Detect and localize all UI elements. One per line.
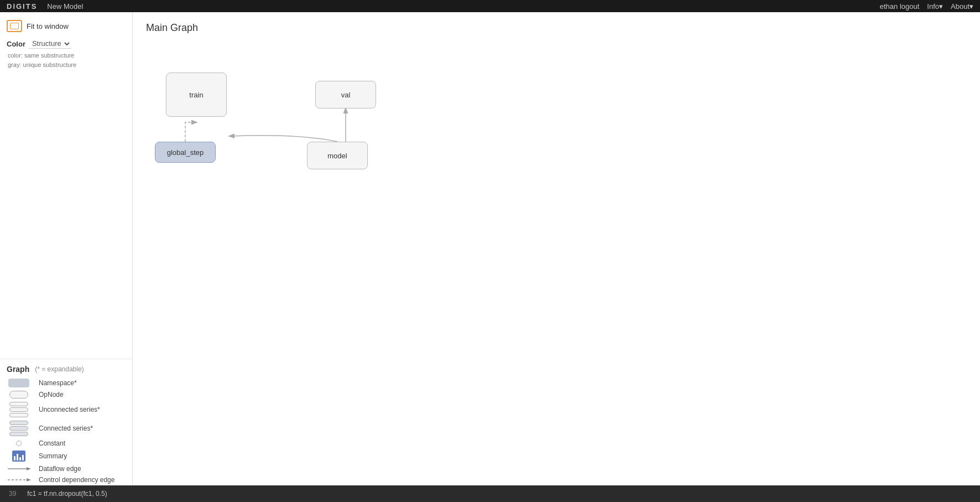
connected-stack-3: [9, 432, 28, 436]
connected-stack-1: [9, 421, 28, 425]
color-row: Color Structure: [7, 39, 126, 49]
graph-title: Main Graph: [133, 12, 980, 39]
legend-item-dataflow: Dataflow edge: [0, 463, 132, 474]
legend-label-unconnected: Unconnected series*: [39, 406, 100, 413]
legend-item-namespace: Namespace*: [0, 377, 132, 389]
summary-bar-4: [22, 455, 24, 460]
summary-bar-3: [19, 457, 21, 460]
nav-about[interactable]: About▾: [951, 2, 973, 11]
graph-canvas[interactable]: train val model global_step: [133, 39, 980, 496]
summary-icon: [12, 451, 25, 462]
control-arrow-icon: [7, 476, 31, 484]
legend-label-namespace: Namespace*: [39, 379, 77, 387]
legend-item-summary: Summary: [0, 449, 132, 463]
legend-title-row: Graph (* = expandable): [0, 365, 132, 377]
unconnected-stack-2: [9, 407, 28, 412]
legend-item-connected: Connected series*: [0, 419, 132, 438]
legend-expandable-hint: (* = expandable): [35, 365, 84, 373]
legend-icon-summary: [4, 451, 33, 462]
legend-icon-opnode: [4, 391, 33, 399]
fit-window-label: Fit to window: [27, 22, 69, 30]
summary-bar-1: [14, 456, 15, 460]
sidebar-spacer: [0, 74, 132, 359]
connected-stack-2: [9, 426, 28, 431]
legend-icon-control: [4, 476, 33, 484]
color-hint-1: color: same substructure: [7, 51, 126, 60]
constant-icon: [16, 441, 22, 446]
legend-item-control: Control dependency edge: [0, 474, 132, 485]
topbar-left: DIGITS New Model: [7, 2, 83, 11]
svg-marker-1: [27, 467, 31, 470]
graph-node-train-label: train: [189, 91, 203, 99]
code-text: fc1 = tf.nn.dropout(fc1, 0.5): [27, 490, 107, 498]
connected-icon: [9, 421, 28, 436]
graph-node-train[interactable]: train: [166, 73, 227, 117]
legend-icon-connected: [4, 421, 33, 436]
sidebar: Fit to window Color Structure color: sam…: [0, 12, 133, 502]
topbar: DIGITS New Model ethan logout Info▾ Abou…: [0, 0, 980, 12]
legend-title: Graph: [7, 365, 29, 374]
graph-node-val-label: val: [341, 91, 351, 99]
fit-window-button[interactable]: Fit to window: [0, 18, 132, 37]
legend-label-control: Control dependency edge: [39, 476, 114, 484]
legend-label-dataflow: Dataflow edge: [39, 465, 81, 473]
graph-node-global-step-label: global_step: [167, 148, 204, 157]
graph-arrows-svg: [133, 39, 980, 496]
fit-window-icon: [7, 20, 22, 32]
nav-info[interactable]: Info▾: [927, 2, 943, 11]
svg-marker-3: [27, 478, 31, 482]
legend-section: Graph (* = expandable) Namespace* OpNode: [0, 359, 132, 502]
dataflow-arrow-icon: [7, 465, 31, 473]
unconnected-stack-1: [9, 402, 28, 406]
color-label: Color: [7, 40, 25, 48]
brand-label: DIGITS: [7, 2, 37, 11]
legend-label-summary: Summary: [39, 452, 67, 460]
legend-item-opnode: OpNode: [0, 389, 132, 400]
graph-node-model-label: model: [327, 152, 347, 160]
main-content: Main Graph: [133, 12, 980, 502]
legend-label-opnode: OpNode: [39, 391, 64, 399]
graph-node-model[interactable]: model: [307, 142, 368, 169]
unconnected-stack-3: [9, 413, 28, 417]
color-section: Color Structure color: same substructure…: [0, 37, 132, 74]
legend-label-constant: Constant: [39, 439, 65, 447]
legend-icon-unconnected: [4, 402, 33, 417]
legend-icon-namespace: [4, 379, 33, 387]
dialog-body: Fit to window Color Structure color: sam…: [0, 12, 980, 502]
unconnected-icon: [9, 402, 28, 417]
opnode-icon: [9, 391, 28, 399]
topbar-right: ethan logout Info▾ About▾: [880, 2, 973, 11]
legend-icon-constant: [4, 441, 33, 446]
legend-item-constant: Constant: [0, 438, 132, 449]
code-line-number: 39: [9, 490, 16, 498]
namespace-icon: [8, 379, 29, 387]
graph-node-val[interactable]: val: [315, 81, 376, 108]
summary-bar-2: [17, 454, 18, 460]
legend-icon-dataflow: [4, 465, 33, 473]
color-hint-2: gray: unique substructure: [7, 60, 126, 70]
fit-window-icon-inner: [10, 23, 19, 29]
code-bar: 39 fc1 = tf.nn.dropout(fc1, 0.5): [0, 485, 980, 502]
dialog-overlay: Fit to window Color Structure color: sam…: [0, 12, 980, 502]
graph-node-global-step[interactable]: global_step: [155, 142, 216, 163]
legend-label-connected: Connected series*: [39, 425, 93, 432]
nav-logout[interactable]: ethan logout: [880, 2, 920, 11]
color-select[interactable]: Structure: [29, 39, 71, 49]
legend-item-unconnected: Unconnected series*: [0, 400, 132, 419]
nav-new-model[interactable]: New Model: [47, 2, 83, 11]
